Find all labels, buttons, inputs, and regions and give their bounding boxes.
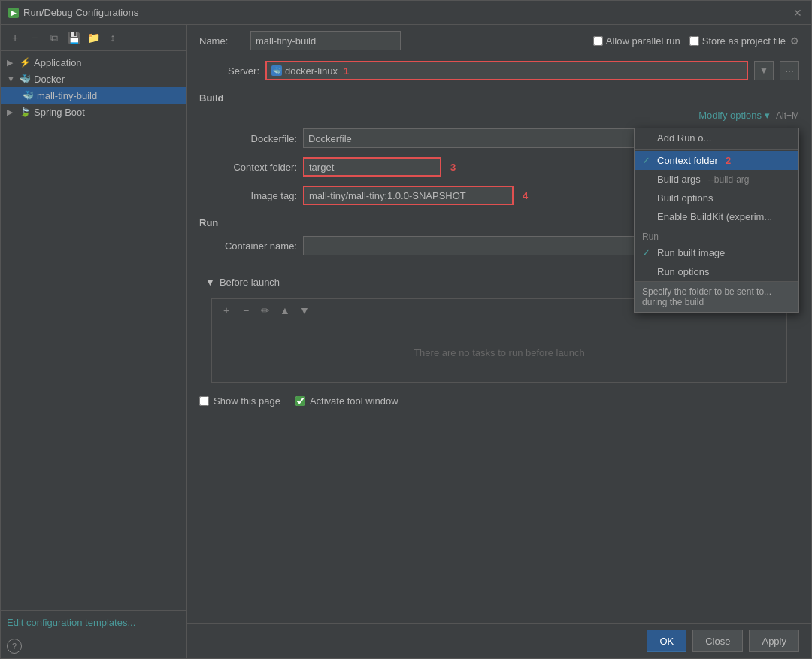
context-folder-input[interactable]	[303, 157, 441, 177]
sidebar-item-mall-tiny-build[interactable]: 🐳 mall-tiny-build	[1, 87, 186, 104]
sidebar-tree: ▶ ⚡ Application ▼ 🐳 Docker 🐳 mall-tiny-b…	[1, 51, 186, 334]
show-this-page-label: Show this page	[214, 395, 280, 407]
sidebar-item-label-mall-tiny-build: mall-tiny-build	[37, 90, 97, 101]
before-launch-down-button[interactable]: ▼	[296, 302, 313, 319]
dropdown-enable-buildkit-label: Enable BuildKit (experim...	[657, 211, 772, 222]
before-launch-edit-button[interactable]: ✏	[257, 302, 274, 319]
application-icon: ⚡	[19, 56, 31, 68]
before-launch-title: Before launch	[220, 277, 280, 288]
run-options-check-icon	[642, 266, 653, 277]
bottom-options: Show this page Activate tool window	[187, 389, 811, 413]
dropdown-build-options-label: Build options	[657, 192, 713, 204]
docker-server-icon: 🐳	[271, 65, 282, 76]
sidebar-item-application[interactable]: ▶ ⚡ Application	[1, 54, 186, 71]
sidebar-item-label-application: Application	[34, 57, 82, 68]
before-launch-empty-message: There are no tasks to run before launch	[212, 322, 786, 382]
ok-button[interactable]: OK	[647, 630, 686, 652]
dropdown-run-options-label: Run options	[657, 266, 709, 277]
close-icon[interactable]: ✕	[793, 8, 804, 18]
activate-tool-window-label: Activate tool window	[310, 395, 398, 407]
server-row: Server: 🐳 docker-linux 1 ▼ ···	[187, 56, 811, 85]
allow-parallel-checkbox[interactable]	[593, 36, 603, 46]
server-badge: 1	[344, 65, 349, 77]
context-folder-badge: 3	[450, 162, 456, 173]
sidebar-bottom: ?	[1, 634, 186, 658]
store-as-project-checkbox[interactable]	[689, 36, 699, 46]
main-content: + − ⧉ 💾 📁 ↕ ▶ ⚡ Application ▼ 🐳 Docke	[1, 25, 811, 658]
server-dropdown-button[interactable]: ▼	[754, 61, 774, 80]
allow-parallel-row: Allow parallel run	[593, 35, 680, 47]
context-folder-check-icon: ✓	[642, 155, 653, 166]
dropdown-separator-2	[635, 228, 798, 228]
sidebar-toolbar: + − ⧉ 💾 📁 ↕	[1, 25, 186, 51]
docker-icon: 🐳	[19, 73, 31, 85]
before-launch-remove-button[interactable]: −	[238, 302, 254, 319]
dropdown-run-section-label: Run	[635, 230, 798, 243]
server-input-field[interactable]: 🐳 docker-linux 1	[265, 61, 748, 80]
run-built-image-check-icon: ✓	[642, 247, 653, 258]
expand-application-icon: ▶	[7, 58, 16, 68]
folder-config-button[interactable]: 📁	[85, 29, 102, 46]
sidebar: + − ⧉ 💾 📁 ↕ ▶ ⚡ Application ▼ 🐳 Docke	[1, 25, 187, 658]
run-config-icon: 🐳	[22, 89, 34, 101]
spring-boot-icon: 🍃	[19, 106, 31, 118]
titlebar: ▶ Run/Debug Configurations ✕	[1, 1, 811, 25]
edit-templates-link[interactable]: Edit configuration templates...	[7, 617, 135, 628]
build-args-placeholder: --build-arg	[708, 174, 750, 185]
dropdown-build-args-label: Build args	[657, 174, 701, 185]
help-button[interactable]: ?	[7, 639, 22, 654]
activate-tool-window-checkbox[interactable]	[295, 396, 305, 406]
store-as-project-row: Store as project file ⚙	[689, 35, 799, 47]
name-input[interactable]	[250, 31, 401, 50]
dropdown-item-add-run[interactable]: Add Run o...	[635, 128, 798, 147]
save-config-button[interactable]: 💾	[65, 29, 82, 46]
sidebar-item-docker[interactable]: ▼ 🐳 Docker	[1, 71, 186, 87]
container-name-label: Container name:	[199, 240, 297, 252]
dropdown-item-build-options[interactable]: Build options	[635, 189, 798, 207]
image-tag-badge: 4	[523, 190, 528, 201]
dialog-icon: ▶	[8, 8, 19, 18]
modify-options-label: Modify options	[698, 110, 762, 121]
expand-spring-boot-icon: ▶	[7, 107, 16, 117]
add-config-button[interactable]: +	[7, 29, 23, 46]
dropdown-item-run-options[interactable]: Run options	[635, 262, 798, 281]
dropdown-item-run-built-image[interactable]: ✓ Run built image	[635, 243, 798, 262]
modify-options-button[interactable]: Modify options ▾ Alt+M	[698, 110, 799, 121]
copy-config-button[interactable]: ⧉	[46, 29, 62, 46]
image-tag-label: Image tag:	[199, 190, 297, 201]
dropdown-item-build-args[interactable]: Build args --build-arg	[635, 170, 798, 189]
footer-right: OK Close Apply	[647, 630, 799, 652]
image-tag-input[interactable]	[303, 186, 514, 205]
before-launch-up-button[interactable]: ▲	[277, 302, 293, 319]
dropdown-separator-1	[635, 149, 798, 150]
apply-button[interactable]: Apply	[749, 630, 799, 652]
before-launch-collapse-icon: ▼	[205, 277, 215, 288]
context-folder-dropdown-badge: 2	[726, 155, 731, 166]
enable-buildkit-check-icon	[642, 211, 653, 222]
show-this-page-row: Show this page	[199, 395, 280, 407]
server-label: Server:	[199, 65, 259, 77]
build-args-check-icon	[642, 174, 653, 185]
dropdown-item-enable-buildkit[interactable]: Enable BuildKit (experim...	[635, 207, 798, 226]
dropdown-run-built-image-label: Run built image	[657, 247, 725, 258]
server-dots-button[interactable]: ···	[780, 61, 799, 80]
sidebar-item-label-docker: Docker	[34, 74, 65, 85]
build-options-check-icon	[642, 192, 653, 204]
show-this-page-checkbox[interactable]	[199, 396, 209, 406]
sidebar-item-label-spring-boot: Spring Boot	[34, 107, 85, 118]
context-folder-label: Context folder:	[199, 162, 297, 173]
store-gear-icon: ⚙	[790, 35, 799, 47]
name-row: Name: Allow parallel run Store as projec…	[187, 25, 811, 56]
before-launch-add-button[interactable]: +	[218, 302, 235, 319]
close-dialog-button[interactable]: Close	[692, 630, 743, 652]
sort-config-button[interactable]: ↕	[105, 29, 121, 46]
config-body: Name: Allow parallel run Store as projec…	[187, 25, 811, 623]
dialog-footer: OK Close Apply	[187, 623, 811, 658]
server-value: docker-linux	[285, 65, 338, 77]
titlebar-left: ▶ Run/Debug Configurations	[8, 7, 138, 18]
remove-config-button[interactable]: −	[26, 29, 43, 46]
modify-options-container: Modify options ▾ Alt+M Add Run o... ✓	[187, 107, 811, 124]
sidebar-item-spring-boot[interactable]: ▶ 🍃 Spring Boot	[1, 104, 186, 120]
dropdown-item-context-folder[interactable]: ✓ Context folder 2	[635, 151, 798, 170]
store-as-project-label: Store as project file	[702, 35, 786, 47]
